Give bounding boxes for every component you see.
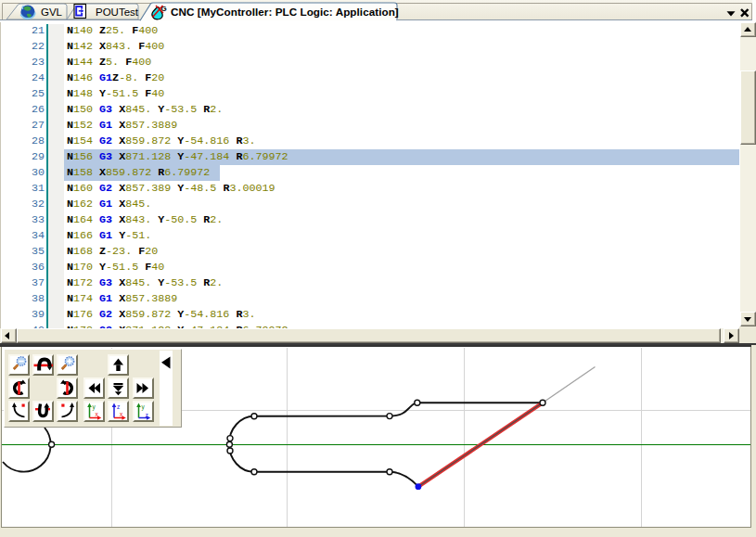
svg-text:G: G xyxy=(161,5,167,13)
svg-text:POUTest: POUTest xyxy=(96,6,139,18)
svg-text:GVL: GVL xyxy=(41,6,63,18)
svg-text:CNC [MyController: PLC Logic:: CNC [MyController: PLC Logic: Applicatio… xyxy=(171,6,399,18)
